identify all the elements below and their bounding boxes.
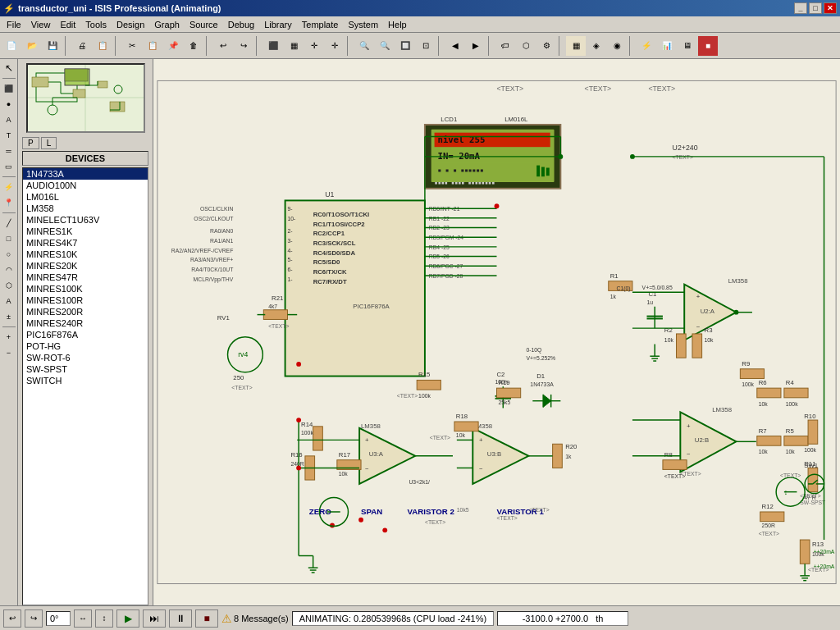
- tb-print[interactable]: 🖨: [72, 36, 92, 56]
- device-LM358[interactable]: LM358: [23, 203, 148, 214]
- menu-view[interactable]: View: [26, 18, 56, 31]
- tb-print2[interactable]: 📋: [93, 36, 112, 56]
- device-MINRES4K7[interactable]: MINRES4K7: [23, 237, 148, 249]
- titlebar-controls[interactable]: _ □ ✕: [794, 2, 837, 14]
- stop-button[interactable]: ■: [195, 609, 218, 628]
- lt-zoom-minus[interactable]: −: [2, 345, 16, 360]
- undo-status-btn[interactable]: ↩: [3, 609, 21, 628]
- tb-zoom-in[interactable]: 🔍: [354, 36, 374, 56]
- schematic-area[interactable]: <TEXT> <TEXT> <TEXT> LCD1 LM016L nivel 2…: [153, 59, 840, 605]
- play-button[interactable]: ▶: [116, 609, 139, 628]
- menu-edit[interactable]: Edit: [55, 18, 80, 31]
- device-1N4733A[interactable]: 1N4733A: [23, 168, 148, 180]
- menu-template[interactable]: Template: [297, 18, 344, 31]
- lt-bus[interactable]: ═: [2, 144, 16, 158]
- tab-p[interactable]: P: [22, 137, 39, 149]
- tb-undo[interactable]: ↩: [213, 36, 233, 56]
- tb-open[interactable]: 📂: [22, 36, 42, 56]
- tb-zoom-out[interactable]: 🔍: [375, 36, 395, 56]
- lt-probe[interactable]: ⚡: [2, 180, 16, 194]
- tb-sep3: [206, 36, 211, 56]
- tb-net[interactable]: ⬡: [516, 36, 536, 56]
- tb-sim1[interactable]: ▦: [566, 36, 586, 56]
- tb-new[interactable]: 📄: [2, 36, 21, 56]
- menu-design[interactable]: Design: [112, 18, 149, 31]
- tb-move[interactable]: ✛: [325, 36, 345, 56]
- lt-text[interactable]: T: [2, 128, 16, 143]
- lt-text2[interactable]: A: [2, 294, 16, 308]
- device-MINRES200R[interactable]: MINRES200R: [23, 306, 148, 317]
- lt-sym[interactable]: ±: [2, 309, 16, 324]
- lt-component[interactable]: ⬛: [2, 81, 16, 96]
- device-LM016L[interactable]: LM016L: [23, 191, 148, 203]
- device-POT-HG[interactable]: POT-HG: [23, 340, 148, 352]
- lt-select[interactable]: ↖: [2, 61, 16, 75]
- devices-list[interactable]: 1N4733A AUDIO100N LM016L LM358 MINELECT1…: [22, 167, 148, 605]
- lt-poly[interactable]: ⬡: [2, 278, 16, 293]
- lt-subcircuit[interactable]: ▭: [2, 159, 16, 174]
- device-MINELECT1U63V[interactable]: MINELECT1U63V: [23, 214, 148, 226]
- device-MINRES240R[interactable]: MINRES240R: [23, 317, 148, 329]
- tb-next[interactable]: ▶: [466, 36, 486, 56]
- lt-circle[interactable]: ○: [2, 247, 16, 262]
- svg-rect-165: [454, 422, 478, 431]
- tb-cross[interactable]: ✛: [304, 36, 324, 56]
- device-MINRES100K[interactable]: MINRES100K: [23, 283, 148, 294]
- tb-prev[interactable]: ◀: [445, 36, 465, 56]
- tb-zoom-all[interactable]: 🔲: [395, 36, 415, 56]
- tb-paste[interactable]: 📌: [163, 36, 183, 56]
- maximize-button[interactable]: □: [809, 2, 822, 14]
- lt-line[interactable]: ╱: [2, 216, 16, 231]
- tb-sim5[interactable]: 📊: [657, 36, 677, 56]
- tb-cut[interactable]: ✂: [122, 36, 142, 56]
- tab-l[interactable]: L: [41, 137, 57, 149]
- lt-arc[interactable]: ◠: [2, 262, 16, 277]
- device-PIC16F876A[interactable]: PIC16F876A: [23, 329, 148, 340]
- step-button[interactable]: ⏭: [143, 609, 166, 628]
- minimize-button[interactable]: _: [794, 2, 807, 14]
- device-SW-ROT-6[interactable]: SW-ROT-6: [23, 352, 148, 363]
- tb-delete[interactable]: 🗑: [184, 36, 203, 56]
- tb-sim6[interactable]: 🖥: [678, 36, 697, 56]
- device-MINRES1K[interactable]: MINRES1K: [23, 226, 148, 237]
- menu-graph[interactable]: Graph: [149, 18, 185, 31]
- menu-debug[interactable]: Debug: [223, 18, 259, 31]
- lt-box[interactable]: □: [2, 231, 16, 246]
- tb-sim2[interactable]: ◈: [587, 36, 606, 56]
- flip-btn[interactable]: ↕: [95, 609, 113, 628]
- device-MINRES47R[interactable]: MINRES47R: [23, 272, 148, 283]
- menu-source[interactable]: Source: [185, 18, 223, 31]
- device-MINRES100R[interactable]: MINRES100R: [23, 294, 148, 306]
- device-MINRES10K[interactable]: MINRES10K: [23, 249, 148, 260]
- tb-sim3[interactable]: ◉: [607, 36, 627, 56]
- tb-zoom-fit[interactable]: ⊡: [416, 36, 436, 56]
- menu-library[interactable]: Library: [259, 18, 297, 31]
- device-SWITCH[interactable]: SWITCH: [23, 375, 148, 386]
- svg-text:D1: D1: [536, 372, 545, 380]
- mirror-btn[interactable]: ↔: [74, 609, 92, 628]
- menu-system[interactable]: System: [343, 18, 383, 31]
- menu-file[interactable]: File: [2, 18, 26, 31]
- svg-text:4-: 4-: [288, 248, 293, 253]
- menu-tools[interactable]: Tools: [80, 18, 112, 31]
- device-SW-SPST[interactable]: SW-SPST: [23, 363, 148, 375]
- tb-copy[interactable]: 📋: [143, 36, 162, 56]
- tb-redo[interactable]: ↪: [234, 36, 253, 56]
- tb-sim4[interactable]: ⚡: [637, 36, 656, 56]
- close-button[interactable]: ✕: [824, 2, 837, 14]
- lt-probe2[interactable]: 📍: [2, 195, 16, 210]
- lt-junction[interactable]: ●: [2, 97, 16, 112]
- lt-label[interactable]: A: [2, 112, 16, 127]
- tb-tag[interactable]: 🏷: [495, 36, 515, 56]
- device-AUDIO100N[interactable]: AUDIO100N: [23, 180, 148, 191]
- lt-zoom-plus[interactable]: +: [2, 330, 16, 345]
- tb-block2[interactable]: ▦: [284, 36, 304, 56]
- tb-prop[interactable]: ⚙: [536, 36, 556, 56]
- menu-help[interactable]: Help: [383, 18, 412, 31]
- pause-button[interactable]: ⏸: [169, 609, 192, 628]
- tb-save[interactable]: 💾: [43, 36, 62, 56]
- device-MINRES20K[interactable]: MINRES20K: [23, 260, 148, 272]
- redo-status-btn[interactable]: ↪: [25, 609, 43, 628]
- tb-sim7[interactable]: ■: [698, 36, 718, 56]
- tb-block[interactable]: ⬛: [263, 36, 283, 56]
